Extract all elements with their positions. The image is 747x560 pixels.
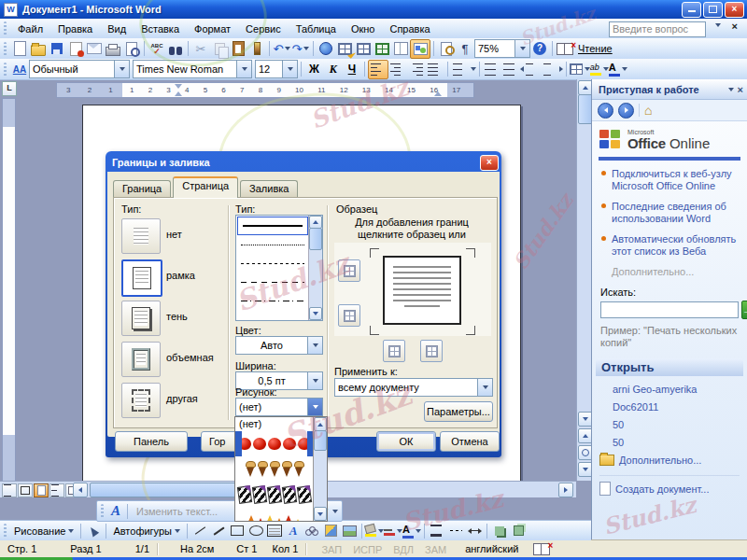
spelling-status-icon[interactable] bbox=[533, 543, 550, 555]
align-right-button[interactable] bbox=[407, 61, 426, 78]
print-button[interactable] bbox=[104, 40, 122, 58]
dash-style-icon[interactable] bbox=[446, 522, 465, 539]
minimize-button[interactable] bbox=[682, 2, 701, 18]
art-option-none[interactable]: (нет) bbox=[235, 417, 314, 431]
art-option-candy-corn[interactable] bbox=[235, 507, 314, 522]
menu-item[interactable]: Окно bbox=[344, 20, 383, 38]
font-combo[interactable]: Times New Roman bbox=[133, 60, 252, 78]
color-combo[interactable]: Авто bbox=[235, 336, 323, 355]
cut-button[interactable]: ✂ bbox=[191, 40, 210, 58]
recent-document-link[interactable]: 50 bbox=[613, 419, 740, 430]
dialog-title-bar[interactable]: Границы и заливка × bbox=[107, 153, 500, 172]
art-list-scrollbar[interactable] bbox=[313, 417, 327, 521]
setting-3d-button[interactable] bbox=[121, 342, 161, 377]
art-option-ice-cream-cones[interactable] bbox=[235, 456, 314, 482]
menu-item[interactable]: Правка bbox=[50, 20, 100, 38]
align-left-button[interactable] bbox=[368, 60, 388, 79]
open-more-link[interactable]: Дополнительно... bbox=[619, 455, 701, 466]
art-scroll-thumb[interactable] bbox=[314, 430, 327, 451]
office-online-link[interactable]: Последние сведения об использовании Word bbox=[612, 201, 740, 225]
redo-button[interactable]: ↷ bbox=[291, 40, 310, 58]
preview-bottom-border-button[interactable] bbox=[338, 304, 360, 327]
vertical-ruler[interactable] bbox=[2, 98, 16, 483]
line-scroll-down-icon[interactable] bbox=[309, 307, 322, 320]
cancel-button[interactable]: Отмена bbox=[440, 431, 500, 452]
permission-button[interactable] bbox=[66, 40, 85, 58]
menu-item[interactable]: Таблица bbox=[289, 20, 344, 38]
create-document-row[interactable]: Создать документ... bbox=[599, 482, 740, 496]
line-tool-icon[interactable] bbox=[190, 522, 209, 539]
line-style-solid[interactable] bbox=[237, 217, 308, 235]
art-dropdown-list[interactable]: (нет) bbox=[234, 416, 328, 522]
insert-clipart-icon[interactable] bbox=[321, 522, 340, 539]
setting-box-button[interactable] bbox=[121, 259, 162, 297]
open-button[interactable] bbox=[29, 40, 48, 58]
insert-excel-button[interactable] bbox=[373, 40, 391, 58]
justify-button[interactable] bbox=[426, 61, 444, 78]
home-icon[interactable]: ⌂ bbox=[644, 103, 652, 118]
status-flag[interactable]: ЗАП bbox=[316, 544, 347, 555]
toolbar-grip[interactable] bbox=[4, 42, 7, 56]
numbered-list-button[interactable] bbox=[483, 61, 501, 78]
insert-picture-icon[interactable] bbox=[340, 522, 359, 539]
zoom-combo[interactable]: 75% bbox=[474, 39, 530, 58]
paste-button[interactable] bbox=[229, 40, 247, 58]
text-box-tool-icon[interactable] bbox=[265, 522, 284, 539]
outline-view-icon[interactable] bbox=[49, 483, 64, 497]
spelling-button[interactable]: ABC✓ bbox=[148, 40, 166, 58]
autoshapes-menu-button[interactable]: Автофигуры bbox=[109, 525, 184, 537]
horizontal-scroll-thumb[interactable] bbox=[90, 483, 250, 497]
line-color-icon[interactable] bbox=[384, 522, 402, 539]
font-size-combo[interactable]: 12 bbox=[255, 60, 298, 78]
web-layout-view-icon[interactable] bbox=[18, 483, 33, 497]
ok-button[interactable]: ОК bbox=[376, 431, 436, 452]
menu-item[interactable]: Формат bbox=[187, 20, 238, 38]
insert-table-button[interactable] bbox=[354, 40, 373, 58]
create-document-link[interactable]: Создать документ... bbox=[615, 483, 709, 495]
setting-custom-button[interactable] bbox=[121, 383, 161, 418]
line-style-scrollbar[interactable] bbox=[308, 216, 322, 320]
tab-selector-box[interactable]: L bbox=[2, 81, 17, 96]
setting-none-button[interactable] bbox=[121, 218, 161, 254]
preview-top-border-button[interactable] bbox=[338, 259, 360, 282]
select-objects-icon[interactable] bbox=[84, 522, 103, 539]
line-scroll-up-icon[interactable] bbox=[309, 216, 322, 229]
3d-style-icon[interactable] bbox=[509, 522, 528, 539]
menu-item[interactable]: Вид bbox=[100, 20, 134, 38]
status-flag[interactable]: ЗАМ bbox=[419, 544, 452, 555]
ask-question-input[interactable]: Введите вопрос bbox=[609, 21, 706, 37]
art-combo[interactable]: (нет) bbox=[235, 398, 323, 416]
help-button[interactable]: ? bbox=[530, 40, 549, 58]
fill-color-icon[interactable] bbox=[365, 522, 384, 539]
task-pane-menu-icon[interactable] bbox=[728, 88, 734, 91]
underline-button[interactable]: Ч bbox=[343, 61, 361, 78]
copy-button[interactable] bbox=[210, 40, 229, 58]
insert-wordart-icon[interactable]: A bbox=[284, 522, 303, 539]
menu-item[interactable]: Вставка bbox=[134, 20, 187, 38]
color-dropdown-icon[interactable] bbox=[307, 337, 322, 354]
columns-button[interactable] bbox=[391, 40, 410, 58]
undo-button[interactable]: ↶ bbox=[273, 40, 291, 58]
font-color-icon[interactable]: А bbox=[402, 522, 421, 539]
options-button[interactable]: Параметры... bbox=[424, 401, 493, 422]
art-option-candies[interactable] bbox=[235, 482, 314, 507]
increase-indent-button[interactable] bbox=[542, 61, 563, 78]
print-preview-button[interactable] bbox=[122, 40, 141, 58]
vertical-scrollbar[interactable] bbox=[576, 79, 592, 481]
tables-and-borders-button[interactable] bbox=[335, 40, 354, 58]
preview-sample-page[interactable] bbox=[383, 256, 461, 325]
shadow-style-icon[interactable] bbox=[490, 522, 509, 539]
art-scroll-up-icon[interactable] bbox=[314, 417, 327, 431]
show-formatting-button[interactable]: ¶ bbox=[456, 40, 474, 58]
font-dropdown-icon[interactable] bbox=[236, 61, 251, 77]
forward-icon[interactable] bbox=[618, 103, 634, 119]
decrease-indent-button[interactable] bbox=[520, 61, 542, 78]
recent-document-link[interactable]: Doc62011 bbox=[613, 401, 740, 413]
bold-button[interactable]: Ж bbox=[304, 61, 324, 78]
scroll-left-icon[interactable] bbox=[73, 483, 88, 497]
research-button[interactable] bbox=[166, 40, 185, 58]
horizontal-ruler[interactable]: 3 2 1 1 2 3 4 5 6 7 8 9 10 11 12 13 14 1… bbox=[56, 82, 474, 98]
insert-wordart-icon[interactable]: A bbox=[107, 503, 124, 519]
line-style-dashed[interactable] bbox=[236, 273, 309, 291]
dialog-close-button[interactable]: × bbox=[480, 155, 499, 171]
